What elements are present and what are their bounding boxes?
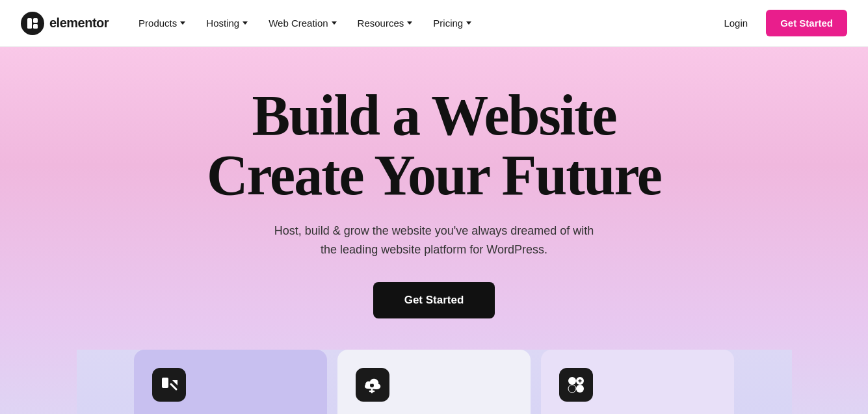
- card-builder[interactable]: [134, 350, 327, 414]
- cloud-icon: [356, 368, 389, 402]
- svg-point-9: [576, 385, 584, 393]
- get-started-hero-button[interactable]: Get Started: [373, 282, 495, 318]
- nav-item-products[interactable]: Products: [129, 12, 194, 34]
- chevron-down-icon: [243, 21, 248, 25]
- sparkle-icon: [559, 368, 593, 402]
- feature-cards-row: [77, 350, 792, 414]
- chevron-down-icon: [332, 21, 337, 25]
- get-started-nav-button[interactable]: Get Started: [766, 10, 847, 36]
- logo-text: elementor: [49, 16, 109, 31]
- svg-point-8: [568, 385, 576, 393]
- logo[interactable]: elementor: [21, 12, 109, 35]
- svg-marker-4: [172, 380, 178, 385]
- hero-section: Build a Website Create Your Future Host,…: [0, 47, 868, 414]
- chevron-down-icon: [180, 21, 185, 25]
- hero-subtitle: Host, build & grow the website you've al…: [265, 222, 603, 259]
- nav-item-web-creation[interactable]: Web Creation: [259, 12, 345, 34]
- logo-icon: [21, 12, 44, 35]
- hero-title: Build a Website Create Your Future: [207, 86, 661, 206]
- svg-rect-3: [162, 378, 168, 388]
- nav-menu: Products Hosting Web Creation Resources …: [129, 12, 716, 34]
- navigation: elementor Products Hosting Web Creation …: [0, 0, 868, 47]
- nav-item-hosting[interactable]: Hosting: [197, 12, 257, 34]
- builder-icon: [152, 368, 186, 402]
- login-button[interactable]: Login: [716, 12, 756, 34]
- svg-rect-0: [27, 18, 32, 29]
- nav-item-resources[interactable]: Resources: [349, 12, 422, 34]
- svg-rect-1: [33, 18, 38, 23]
- svg-point-6: [568, 377, 576, 385]
- nav-actions: Login Get Started: [716, 10, 847, 36]
- nav-item-pricing[interactable]: Pricing: [424, 12, 480, 34]
- svg-rect-2: [33, 24, 38, 29]
- card-hosting[interactable]: [337, 350, 531, 414]
- chevron-down-icon: [466, 21, 471, 25]
- card-ai[interactable]: [541, 350, 734, 414]
- chevron-down-icon: [407, 21, 412, 25]
